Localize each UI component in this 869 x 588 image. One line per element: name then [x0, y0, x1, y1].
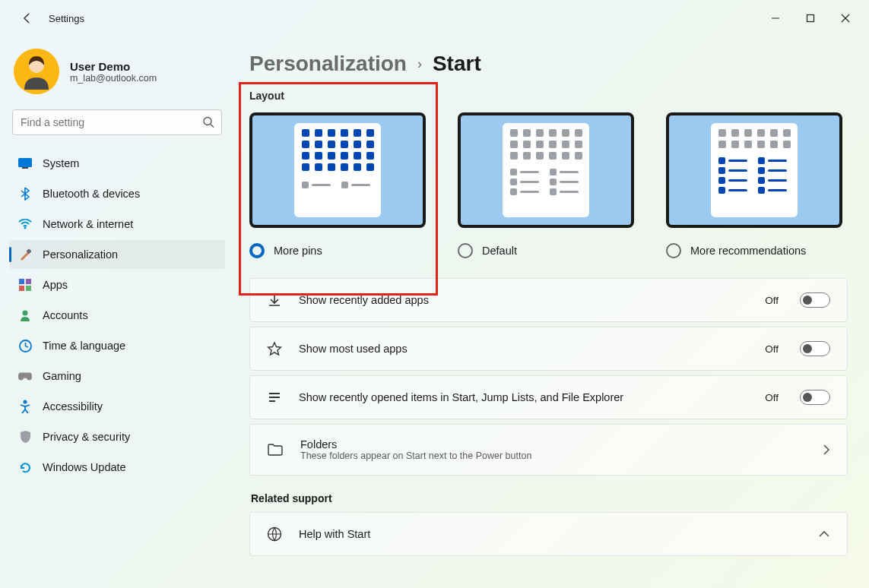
layout-option-label: More pins [274, 245, 322, 257]
layout-option-more-recommendations[interactable]: More recommendations [666, 112, 842, 258]
nav-privacy[interactable]: Privacy & security [9, 422, 225, 451]
search-input[interactable] [12, 109, 222, 135]
layout-preview-more-recommendations [666, 112, 842, 228]
layout-option-label: More recommendations [690, 245, 806, 257]
svg-rect-6 [18, 158, 32, 167]
svg-point-16 [24, 400, 27, 404]
nav-system[interactable]: System [9, 149, 225, 178]
nav-label: Accessibility [43, 400, 103, 413]
svg-point-4 [204, 118, 211, 125]
nav-accessibility[interactable]: Accessibility [9, 392, 225, 421]
nav-label: Time & language [43, 340, 125, 352]
maximize-icon [806, 14, 815, 23]
nav-list: System Bluetooth & devices Network & int… [9, 149, 225, 482]
chevron-up-icon [818, 530, 830, 538]
clock-icon [18, 339, 32, 352]
svg-rect-1 [807, 15, 814, 22]
svg-rect-13 [26, 286, 31, 291]
radio-more-pins[interactable] [249, 243, 265, 258]
radio-more-recommendations[interactable] [666, 243, 681, 258]
layout-section: Layout [249, 90, 848, 258]
svg-rect-12 [19, 286, 24, 291]
radio-default[interactable] [458, 243, 473, 258]
person-icon [18, 308, 32, 322]
toggle-state: Off [765, 295, 779, 306]
close-button[interactable] [828, 6, 863, 30]
setting-recently-opened[interactable]: Show recently opened items in Start, Jum… [249, 375, 848, 419]
layout-option-label: Default [482, 245, 517, 257]
svg-rect-7 [22, 167, 28, 169]
toggle-state: Off [765, 343, 779, 355]
nav-network[interactable]: Network & internet [9, 210, 225, 239]
titlebar: Settings [0, 0, 869, 36]
folder-icon [267, 443, 284, 457]
nav-label: Bluetooth & devices [43, 188, 140, 200]
nav-label: System [43, 157, 79, 169]
user-email: m_lab@outlook.com [70, 73, 157, 84]
nav-label: Personalization [43, 248, 118, 261]
layout-preview-more-pins [249, 112, 426, 228]
star-icon [267, 341, 282, 356]
breadcrumb-current: Start [433, 52, 481, 76]
svg-line-5 [211, 125, 214, 128]
nav-label: Windows Update [43, 461, 126, 473]
svg-point-14 [23, 311, 28, 316]
svg-rect-11 [26, 279, 31, 284]
nav-apps[interactable]: Apps [9, 270, 225, 299]
layout-option-default[interactable]: Default [458, 112, 634, 258]
nav-bluetooth[interactable]: Bluetooth & devices [9, 179, 225, 208]
folders-subtitle: These folders appear on Start next to th… [300, 450, 531, 461]
toggle-state: Off [765, 392, 779, 403]
bluetooth-icon [18, 187, 32, 201]
window-title: Settings [49, 13, 84, 24]
system-icon [18, 156, 32, 170]
chevron-right-icon [823, 444, 830, 456]
search-icon [203, 117, 214, 128]
user-profile[interactable]: User Demo m_lab@outlook.com [9, 43, 225, 103]
back-button[interactable] [15, 6, 40, 30]
arrow-left-icon [21, 12, 33, 24]
help-with-start[interactable]: Help with Start [249, 512, 848, 556]
toggle-most-used[interactable] [800, 341, 830, 356]
nav-label: Gaming [43, 370, 81, 382]
layout-preview-default [458, 112, 634, 228]
setting-title: Show most used apps [299, 343, 408, 355]
sidebar: User Demo m_lab@outlook.com System Bluet… [0, 36, 234, 588]
breadcrumb-parent[interactable]: Personalization [249, 52, 407, 76]
maximize-button[interactable] [793, 6, 828, 30]
nav-personalization[interactable]: Personalization [9, 240, 225, 269]
list-icon [267, 390, 282, 405]
minimize-button[interactable] [758, 6, 793, 30]
toggle-recently-added[interactable] [800, 292, 830, 308]
update-icon [18, 460, 32, 474]
minimize-icon [771, 14, 780, 23]
setting-title: Show recently opened items in Start, Jum… [299, 391, 623, 403]
nav-label: Apps [43, 279, 68, 291]
svg-rect-10 [19, 279, 24, 284]
nav-accounts[interactable]: Accounts [9, 301, 225, 330]
nav-windows-update[interactable]: Windows Update [9, 453, 225, 482]
main-content: Personalization › Start Layout [234, 36, 869, 588]
svg-point-8 [24, 227, 27, 229]
search-box[interactable] [12, 109, 222, 135]
layout-option-more-pins[interactable]: More pins [249, 112, 426, 258]
close-icon [841, 14, 850, 23]
related-support-label: Related support [251, 492, 848, 504]
paintbrush-icon [18, 248, 32, 261]
globe-icon [267, 526, 282, 542]
toggle-recently-opened[interactable] [800, 390, 830, 405]
nav-gaming[interactable]: Gaming [9, 362, 225, 390]
gamepad-icon [18, 369, 32, 383]
nav-label: Network & internet [43, 218, 133, 230]
nav-label: Accounts [43, 309, 88, 321]
setting-folders[interactable]: Folders These folders appear on Start ne… [249, 424, 848, 476]
nav-time-language[interactable]: Time & language [9, 331, 225, 360]
shield-icon [18, 430, 32, 444]
breadcrumb: Personalization › Start [249, 52, 848, 76]
setting-most-used[interactable]: Show most used apps Off [249, 327, 848, 371]
setting-title: Show recently added apps [299, 294, 429, 306]
apps-icon [18, 278, 32, 292]
wifi-icon [18, 217, 32, 231]
help-title: Help with Start [299, 528, 370, 540]
user-name: User Demo [70, 60, 157, 73]
